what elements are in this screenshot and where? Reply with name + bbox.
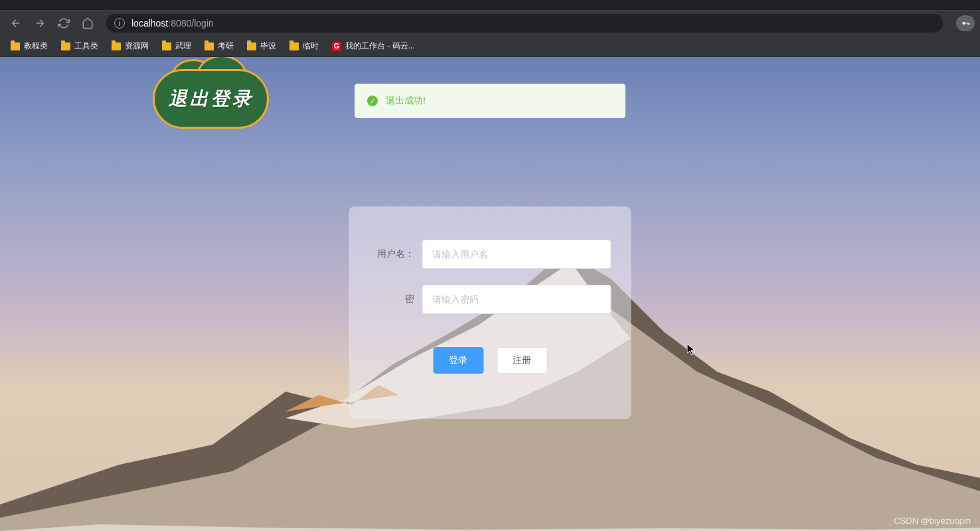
- folder-icon: [247, 42, 256, 50]
- bookmark-item[interactable]: 资源网: [106, 38, 154, 54]
- password-row: 密: [369, 285, 612, 314]
- bookmarks-bar: 教程类 工具类 资源网 武理 考研 毕设 临时 G 我的工作台 - 码云...: [0, 36, 980, 57]
- logout-badge-text: 退出登录: [153, 69, 269, 129]
- password-label: 密: [369, 293, 422, 305]
- browser-tab-strip: [0, 0, 980, 11]
- folder-icon: [162, 42, 171, 50]
- bookmark-label: 我的工作台 - 码云...: [345, 40, 415, 52]
- check-icon: ✓: [367, 96, 378, 106]
- toast-message: 退出成功!: [386, 95, 426, 107]
- register-button[interactable]: 注册: [497, 347, 547, 374]
- bookmark-item[interactable]: 武理: [157, 38, 197, 54]
- bookmark-label: 考研: [218, 40, 234, 52]
- bookmark-item[interactable]: G 我的工作台 - 码云...: [327, 38, 420, 54]
- bookmark-item[interactable]: 教程类: [5, 38, 53, 54]
- folder-icon: [204, 42, 214, 50]
- bookmark-label: 教程类: [24, 40, 48, 52]
- login-button[interactable]: 登录: [433, 347, 483, 374]
- bookmark-item[interactable]: 临时: [284, 38, 324, 54]
- bookmark-label: 毕设: [260, 40, 276, 52]
- username-input[interactable]: [422, 240, 612, 269]
- home-button[interactable]: [77, 13, 98, 34]
- bookmark-label: 武理: [175, 40, 191, 52]
- watermark-text: CSDN @biyezuopin: [894, 516, 971, 526]
- url-text: localhost:8080/login: [131, 18, 214, 29]
- folder-icon: [289, 42, 299, 50]
- address-bar[interactable]: i localhost:8080/login: [106, 14, 943, 33]
- browser-nav-bar: i localhost:8080/login: [0, 11, 980, 36]
- bookmark-label: 临时: [303, 40, 319, 52]
- bookmark-item[interactable]: 工具类: [56, 38, 104, 54]
- password-input[interactable]: [422, 285, 612, 314]
- cursor-icon: [687, 344, 696, 359]
- login-card: 用户名： 密 登录 注册: [349, 206, 631, 419]
- password-key-icon[interactable]: [956, 15, 975, 31]
- bookmark-label: 资源网: [125, 40, 149, 52]
- username-row: 用户名：: [369, 240, 612, 269]
- folder-icon: [61, 42, 70, 50]
- folder-icon: [11, 42, 20, 50]
- folder-icon: [112, 42, 121, 50]
- reload-button[interactable]: [53, 13, 74, 34]
- site-info-icon[interactable]: i: [114, 18, 125, 29]
- svg-point-0: [962, 22, 965, 25]
- success-toast: ✓ 退出成功!: [355, 84, 625, 118]
- button-row: 登录 注册: [369, 347, 612, 374]
- forward-button[interactable]: [29, 13, 50, 34]
- bookmark-item[interactable]: 考研: [199, 38, 239, 54]
- username-label: 用户名：: [369, 248, 422, 260]
- gitee-icon: G: [332, 42, 341, 51]
- bookmark-item[interactable]: 毕设: [242, 38, 282, 54]
- back-button[interactable]: [5, 13, 27, 34]
- logout-badge: 退出登录: [153, 69, 269, 129]
- page-content: 退出登录 ✓ 退出成功! 用户名： 密 登录 注册 CSDN @biyezuop…: [0, 57, 980, 531]
- bookmark-label: 工具类: [74, 40, 98, 52]
